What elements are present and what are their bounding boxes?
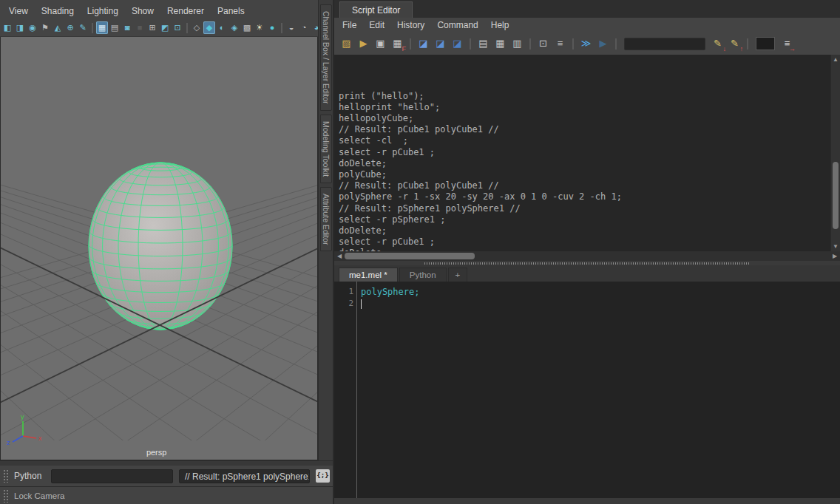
scroll-left-icon[interactable]: ◀ [334,253,345,259]
show-input-only-icon[interactable]: ▥ [509,36,525,51]
save-script-icon[interactable]: ▣ [373,36,388,51]
scroll-up-icon[interactable]: ▲ [831,55,840,64]
show-both-panes-icon[interactable]: ▦ [492,36,508,51]
tab-attribute-editor[interactable]: Attribute Editor [320,187,332,251]
show-history-only-icon[interactable]: ▤ [475,36,491,51]
command-line-mode[interactable]: Python [14,471,45,481]
history-line: select -cl ; [339,135,830,146]
line-number: 2 [334,298,353,310]
motion-blur-icon[interactable]: ◔ [298,21,310,34]
help-line: Lock Camera [0,486,333,504]
script-editor-tabbar: Script Editor [334,0,840,18]
script-editor-menu-item[interactable]: Command [437,20,478,30]
tab-channel-box-layer-editor[interactable]: Channel Box / Layer Editor [320,4,332,111]
film-gate-icon[interactable]: ▤ [109,21,121,34]
script-editor-menu-item[interactable]: Help [491,20,509,30]
script-editor-menu-item[interactable]: Edit [369,20,385,30]
search-input[interactable] [624,38,705,50]
tab-modeling-toolkit[interactable]: Modeling Toolkit [320,115,332,183]
tab-python-script[interactable]: Python [399,268,447,282]
history-line: helloprint "hello"; [339,102,830,113]
two-d-pan-zoom-icon[interactable]: ⊕ [64,21,76,34]
echo-commands-icon[interactable]: ⊡ [535,36,551,51]
scroll-down-icon[interactable]: ▼ [831,242,840,251]
history-line: select -r pCube1 ; [339,147,830,158]
history-line: select -r pCube1 ; [339,236,830,248]
script-editor-tab[interactable]: Script Editor [339,1,413,18]
shadows-icon[interactable]: ● [266,21,278,34]
history-line: polySphere -r 1 -sx 20 -sy 20 -ax 0 1 0 … [339,191,830,202]
bookmark-icon[interactable]: ⚑ [39,21,51,34]
viewport-menu-item[interactable]: Panels [217,6,245,16]
viewport-menu-item[interactable]: Shading [41,6,74,16]
clear-input-icon[interactable]: ◪ [433,36,448,51]
search-up-icon[interactable]: ✎↑ [727,36,742,51]
quick-help-swatch[interactable] [756,37,775,50]
line-number-gutter: 1 2 [334,282,356,498]
resolution-gate-icon[interactable]: ◙ [121,21,133,34]
history-line: doDelete; [339,158,830,169]
history-horizontal-scrollbar[interactable]: ◀ ▶ [334,251,840,261]
panel-bottom-strip [334,498,840,504]
drag-grip[interactable] [3,469,8,483]
line-numbers-icon[interactable]: ≡ [552,36,568,51]
script-input-editor[interactable]: 1 2 polySphere; [334,282,840,498]
open-script-icon[interactable]: ▨ [339,36,354,51]
field-chart-icon[interactable]: ⊞ [146,21,158,34]
text-cursor [361,299,362,309]
grease-pencil-icon[interactable]: ✎ [77,21,89,34]
history-line: print ("hello"); [339,91,830,102]
ssao-icon[interactable]: ◒ [285,21,297,34]
viewport-menu-item[interactable]: Lighting [87,6,118,16]
viewport-3d[interactable]: y x z persp [0,37,318,460]
source-script-icon[interactable]: ▶ [356,36,371,51]
code-line: polySphere; [361,287,419,297]
script-editor-panel: Script Editor FileEditHistoryCommandHelp… [333,0,840,504]
safe-title-icon[interactable]: ⊡ [172,21,183,34]
safe-action-icon[interactable]: ◩ [159,21,171,34]
xray-icon[interactable]: ▩ [241,21,253,34]
maya-window: ViewShadingLightingShowRendererPanels ◧◨… [0,0,840,504]
scroll-right-icon[interactable]: ▶ [830,253,840,259]
camera-attributes-icon[interactable]: ◉ [27,21,38,34]
textured-icon[interactable]: ◐ [216,21,228,34]
history-vertical-scrollbar[interactable]: ▲ ▼ [830,55,840,251]
execute-all-icon[interactable]: ≫ [578,36,594,51]
viewport-column: ViewShadingLightingShowRendererPanels ◧◨… [0,0,333,504]
camera-lock-icon[interactable]: ◨ [14,21,26,34]
script-editor-button[interactable]: {;} [316,469,330,483]
camera-icon[interactable]: ◧ [1,21,13,34]
command-line-input[interactable] [51,469,173,483]
image-plane-icon[interactable]: ◭ [52,21,64,34]
materials-icon[interactable]: ◈ [228,21,240,34]
execute-icon[interactable]: ▶ [595,36,611,51]
code-area[interactable]: polySphere; [357,282,840,498]
viewport-menu-item[interactable]: Renderer [167,6,204,16]
viewport-menu-item[interactable]: View [9,6,28,16]
scroll-thumb[interactable] [833,162,839,229]
shaded-icon[interactable]: ◆ [203,21,215,34]
tab-mel-script[interactable]: me1.mel * [339,268,398,282]
script-history[interactable]: print ("hello");helloprint "hello";hello… [334,55,830,251]
goto-line-icon[interactable]: ≡ → [779,36,795,51]
gate-mask-icon[interactable]: ■ [134,21,146,34]
script-editor-menubar: FileEditHistoryCommandHelp [334,18,840,33]
drag-grip[interactable] [3,489,8,503]
search-down-icon[interactable]: ✎↓ [710,36,725,51]
grid-icon[interactable]: ▦ [96,21,108,34]
axis-indicator: y x z [5,412,47,449]
clear-history-icon[interactable]: ◪ [416,36,431,51]
script-editor-menu-item[interactable]: File [342,20,356,30]
viewport-menu-item[interactable]: Show [132,6,154,16]
script-editor-menu-item[interactable]: History [397,20,424,30]
clear-all-icon[interactable]: ◪ [450,36,465,51]
scroll-thumb[interactable] [345,253,475,259]
history-line: doDelete; [339,225,830,236]
lighting-icon[interactable]: ☀ [254,21,265,34]
command-line-result: // Result: pSphere1 polySphere1 [179,469,310,483]
tab-new-script[interactable]: + [448,268,468,282]
side-panel-tabs: Channel Box / Layer EditorModeling Toolk… [318,0,333,460]
wireframe-icon[interactable]: ◇ [191,21,203,34]
axis-z-label: z [7,439,10,446]
save-to-shelf-icon[interactable]: ▦F [390,36,405,51]
